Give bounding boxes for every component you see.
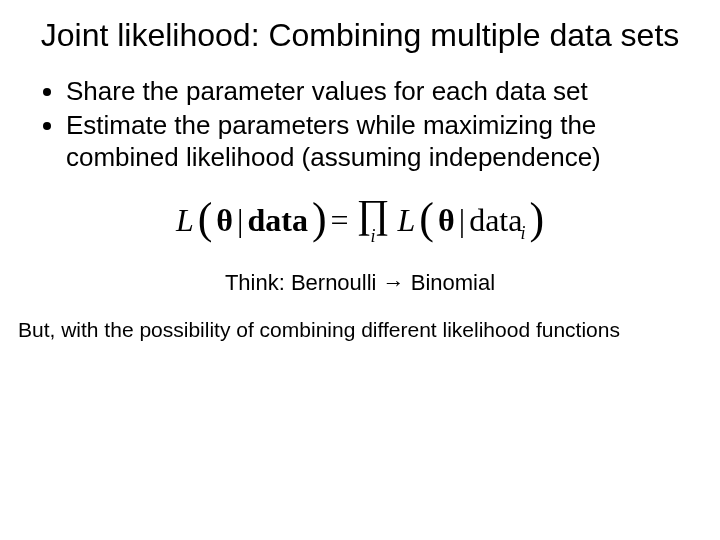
- eq-L-right: L: [398, 202, 416, 239]
- eq-data: data: [247, 202, 307, 239]
- eq-equals: =: [331, 202, 349, 239]
- footer-note: But, with the possibility of combining d…: [18, 318, 692, 342]
- slide: Joint likelihood: Combining multiple dat…: [0, 0, 720, 342]
- eq-data-i: data: [469, 202, 522, 238]
- eq-lparen2: (: [419, 201, 434, 236]
- product-symbol: ∏: [357, 200, 390, 228]
- eq-rparen: ): [312, 201, 327, 236]
- bullet-list: Share the parameter values for each data…: [38, 76, 692, 173]
- bullet-item: Estimate the parameters while maximizing…: [66, 110, 692, 173]
- eq-product: ∏ i: [357, 200, 390, 243]
- eq-bar: |: [237, 202, 243, 239]
- eq-bar2: |: [459, 202, 465, 239]
- equation: L ( θ | data ) = ∏ i L ( θ | datai ): [28, 200, 692, 243]
- eq-subscript-i: i: [520, 223, 525, 243]
- bullet-item: Share the parameter values for each data…: [66, 76, 692, 108]
- eq-L-left: L: [176, 202, 194, 239]
- caption: Think: Bernoulli → Binomial: [28, 270, 692, 296]
- product-index: i: [371, 230, 376, 243]
- eq-theta2: θ: [438, 202, 455, 239]
- eq-theta: θ: [216, 202, 233, 239]
- eq-lparen: (: [198, 201, 213, 236]
- slide-title: Joint likelihood: Combining multiple dat…: [28, 16, 692, 54]
- eq-rparen2: ): [529, 201, 544, 236]
